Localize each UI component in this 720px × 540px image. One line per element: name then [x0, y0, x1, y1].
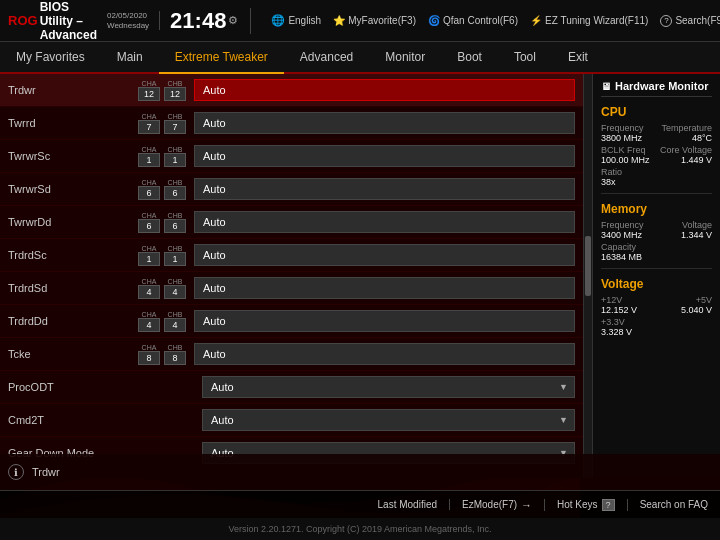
setting-value[interactable]: Auto	[194, 244, 575, 266]
setting-value[interactable]: Auto	[194, 211, 575, 233]
eztuning-icon: ⚡	[530, 15, 542, 26]
voltage-section-title: Voltage	[601, 275, 712, 291]
cha-chb-group: CHA 6 CHB 6	[138, 179, 186, 200]
cpu-freq-row: Frequency 3800 MHz Temperature 48°C	[601, 123, 712, 143]
chb-box: CHB 12	[164, 80, 186, 101]
cpu-section-title: CPU	[601, 103, 712, 119]
table-row[interactable]: Cmd2T Auto	[0, 404, 583, 437]
eztuning-label: EZ Tuning Wizard(F11)	[545, 15, 648, 26]
monitor-icon: 🖥	[601, 81, 611, 92]
ez-mode-label: EzMode(F7)	[462, 499, 517, 510]
setting-label: TrdrdDd	[8, 315, 138, 327]
table-row[interactable]: Trdwr CHA 12 CHB 12 Auto	[0, 74, 583, 107]
setting-label: TwrwrSc	[8, 150, 138, 162]
header-day: Wednesday	[107, 21, 149, 31]
myfavorites-label: MyFavorite(F3)	[348, 15, 416, 26]
setting-value[interactable]: Auto	[194, 112, 575, 134]
hot-keys-item[interactable]: Hot Keys ?	[545, 499, 628, 511]
info-icon[interactable]: ℹ	[8, 464, 24, 480]
mem-capacity-row: Capacity 16384 MB	[601, 242, 712, 262]
setting-value[interactable]: Auto	[194, 343, 575, 365]
myfavorites-icon: ⭐	[333, 15, 345, 26]
setting-label: ProcODT	[8, 381, 138, 393]
scrollbar-thumb[interactable]	[585, 236, 591, 296]
nav-exit[interactable]: Exit	[552, 42, 604, 72]
table-row[interactable]: Twrrd CHA 7 CHB 7 Auto	[0, 107, 583, 140]
setting-value[interactable]: Auto	[194, 79, 575, 101]
copyright-text: Version 2.20.1271. Copyright (C) 2019 Am…	[228, 524, 491, 534]
search-tool[interactable]: ? Search(F9)	[660, 15, 720, 27]
cha-chb-group: CHA 7 CHB 7	[138, 113, 186, 134]
navbar: My Favorites Main Extreme Tweaker Advanc…	[0, 42, 720, 74]
nav-boot[interactable]: Boot	[441, 42, 498, 72]
setting-label: Cmd2T	[8, 414, 138, 426]
nav-my-favorites[interactable]: My Favorites	[0, 42, 101, 72]
qfan-icon: 🌀	[428, 15, 440, 26]
cpu-ratio-row: Ratio 38x	[601, 167, 712, 187]
setting-value[interactable]: Auto	[194, 178, 575, 200]
mem-freq-row: Frequency 3400 MHz Voltage 1.344 V	[601, 220, 712, 240]
table-row[interactable]: TwrwrDd CHA 6 CHB 6 Auto	[0, 206, 583, 239]
eztuning-tool[interactable]: ⚡ EZ Tuning Wizard(F11)	[530, 15, 648, 26]
voltage-33-row: +3.3V 3.328 V	[601, 317, 712, 337]
setting-dropdown[interactable]: Auto	[202, 376, 575, 398]
myfavorites-tool[interactable]: ⭐ MyFavorite(F3)	[333, 15, 416, 26]
last-modified-label: Last Modified	[378, 499, 437, 510]
table-row[interactable]: TrdrdSd CHA 4 CHB 4 Auto	[0, 272, 583, 305]
search-label: Search(F9)	[675, 15, 720, 26]
nav-tool[interactable]: Tool	[498, 42, 552, 72]
header-time: 21:48	[170, 8, 226, 34]
hw-divider-1	[601, 193, 712, 194]
setting-label: TrdrdSd	[8, 282, 138, 294]
nav-monitor[interactable]: Monitor	[369, 42, 441, 72]
setting-label: TwrwrSd	[8, 183, 138, 195]
cpu-bclk-row: BCLK Freq 100.00 MHz Core Voltage 1.449 …	[601, 145, 712, 165]
hw-monitor-header: 🖥 Hardware Monitor	[601, 80, 712, 97]
ez-mode-item[interactable]: EzMode(F7) →	[450, 499, 545, 511]
table-row[interactable]: TrdrdDd CHA 4 CHB 4 Auto	[0, 305, 583, 338]
language-tool[interactable]: 🌐 English	[271, 14, 321, 27]
setting-value[interactable]: Auto	[194, 310, 575, 332]
header-tools: 🌐 English ⭐ MyFavorite(F3) 🌀 Qfan Contro…	[271, 14, 720, 27]
qfan-tool[interactable]: 🌀 Qfan Control(F6)	[428, 15, 518, 26]
cha-chb-group: CHA 1 CHB 1	[138, 245, 186, 266]
nav-advanced[interactable]: Advanced	[284, 42, 369, 72]
copyright-bar: Version 2.20.1271. Copyright (C) 2019 Am…	[0, 518, 720, 540]
cha-chb-group: CHA 1 CHB 1	[138, 146, 186, 167]
header: ROG UEFI BIOS Utility – Advanced Mode 02…	[0, 0, 720, 42]
setting-dropdown[interactable]: Auto	[202, 409, 575, 431]
last-modified-item: Last Modified	[366, 499, 450, 510]
setting-value[interactable]: Auto	[194, 145, 575, 167]
gear-icon[interactable]: ⚙	[228, 14, 238, 27]
main-content: Trdwr CHA 12 CHB 12 Auto Twrrd CHA	[0, 74, 720, 478]
search-faq-label: Search on FAQ	[640, 499, 708, 510]
search-faq-item[interactable]: Search on FAQ	[628, 499, 720, 510]
setting-label: Twrrd	[8, 117, 138, 129]
setting-label: Trdwr	[8, 84, 138, 96]
cha-chb-group: CHA 6 CHB 6	[138, 212, 186, 233]
hot-keys-badge: ?	[602, 499, 615, 511]
table-row[interactable]: TrdrdSc CHA 1 CHB 1 Auto	[0, 239, 583, 272]
nav-main[interactable]: Main	[101, 42, 159, 72]
table-row[interactable]: TwrwrSd CHA 6 CHB 6 Auto	[0, 173, 583, 206]
settings-panel: Trdwr CHA 12 CHB 12 Auto Twrrd CHA	[0, 74, 584, 478]
cha-chb-group: CHA 4 CHB 4	[138, 311, 186, 332]
table-row[interactable]: TwrwrSc CHA 1 CHB 1 Auto	[0, 140, 583, 173]
table-row[interactable]: ProcODT Auto	[0, 371, 583, 404]
voltage-12-row: +12V 12.152 V +5V 5.040 V	[601, 295, 712, 315]
bottom-info-label: Trdwr	[32, 466, 60, 478]
language-icon: 🌐	[271, 14, 285, 27]
hot-keys-label: Hot Keys	[557, 499, 598, 510]
setting-value[interactable]: Auto	[194, 277, 575, 299]
cha-chb-group: CHA 12 CHB 12	[138, 80, 186, 101]
cha-box: CHA 12	[138, 80, 160, 101]
hardware-monitor-panel: 🖥 Hardware Monitor CPU Frequency 3800 MH…	[592, 74, 720, 478]
nav-extreme-tweaker[interactable]: Extreme Tweaker	[159, 42, 284, 74]
table-row[interactable]: Tcke CHA 8 CHB 8 Auto	[0, 338, 583, 371]
scrollbar[interactable]	[584, 74, 592, 478]
language-label: English	[288, 15, 321, 26]
cha-chb-group: CHA 8 CHB 8	[138, 344, 186, 365]
ez-mode-icon: →	[521, 499, 532, 511]
qfan-label: Qfan Control(F6)	[443, 15, 518, 26]
cha-chb-group: CHA 4 CHB 4	[138, 278, 186, 299]
